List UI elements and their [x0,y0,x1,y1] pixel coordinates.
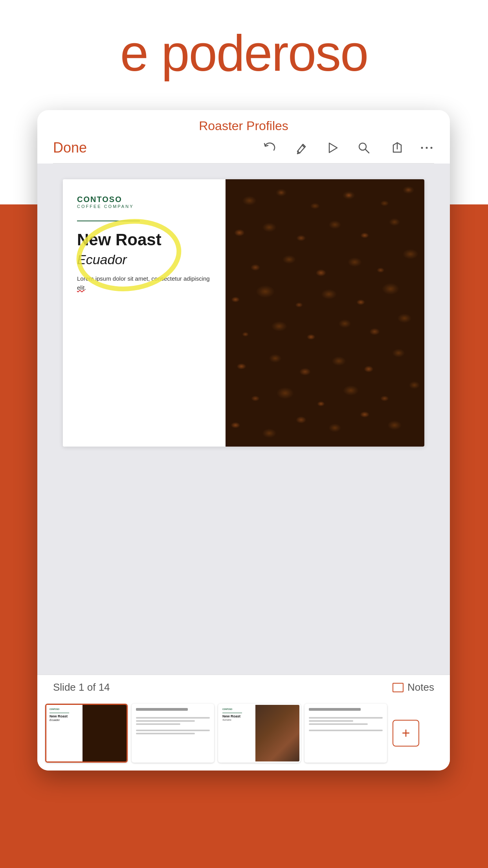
thumbnail-1[interactable]: CONTOSO New Roast Ecuador [45,704,128,763]
svg-line-3 [365,149,369,153]
add-slide-button[interactable]: + [393,720,419,747]
thumb-1-inner: CONTOSO New Roast Ecuador [46,705,127,761]
thumbnail-4[interactable] [305,704,387,763]
thumb-3-left: CONTOSO New Roast Sumatra [219,705,255,761]
thumb-1-right [83,705,127,761]
top-bar: Roaster Profiles Done [37,110,450,164]
slide-area: CONTOSO COFFEE COMPANY New Roast Ecuador… [37,164,450,675]
more-icon[interactable] [419,140,434,155]
bottom-bar: Slide 1 of 14 Notes CONTOSO New Roast Ec… [37,675,450,771]
app-window: Roaster Profiles Done [37,110,450,771]
svg-point-5 [421,147,423,149]
file-title: Roaster Profiles [199,119,288,133]
thumb-4-inner [306,705,386,761]
undo-icon[interactable] [262,140,277,155]
play-icon[interactable] [325,140,340,155]
brand-logo: CONTOSO COFFEE COMPANY [77,195,211,209]
thumbnail-2[interactable] [132,704,214,763]
thumbnail-3[interactable]: CONTOSO New Roast Sumatra [218,704,301,763]
brand-name: CONTOSO [77,195,211,204]
thumb-1-left: CONTOSO New Roast Ecuador [46,705,83,761]
slide-right-coffee [226,179,424,447]
notes-label: Notes [407,681,434,693]
thumb-2-inner [133,705,213,761]
yellow-circle-annotation [71,214,187,292]
coffee-beans-image [226,179,424,447]
svg-point-6 [426,147,428,149]
svg-marker-1 [329,143,337,153]
page-heading: e poderoso [0,24,488,83]
brand-sub: COFFEE COMPANY [77,204,211,209]
slide-count: Slide 1 of 14 [53,681,110,693]
toolbar-icons [262,140,434,155]
slide-left: CONTOSO COFFEE COMPANY New Roast Ecuador… [63,179,226,447]
slide-card: CONTOSO COFFEE COMPANY New Roast Ecuador… [63,179,424,447]
svg-point-7 [431,147,433,149]
search-icon[interactable] [356,140,371,155]
share-icon[interactable] [388,140,403,155]
thumbnails-row: CONTOSO New Roast Ecuador [37,700,450,771]
notes-button[interactable]: Notes [393,681,434,693]
slide-info-row: Slide 1 of 14 Notes [37,675,450,700]
file-title-row: Roaster Profiles [53,110,434,136]
notes-icon [393,683,404,692]
thumb-3-right [255,705,299,761]
ink-icon[interactable] [294,140,308,155]
svg-point-10 [74,215,183,292]
thumb-3-inner: CONTOSO New Roast Sumatra [219,705,299,761]
toolbar-row: Done [53,136,434,163]
done-button[interactable]: Done [53,140,87,156]
